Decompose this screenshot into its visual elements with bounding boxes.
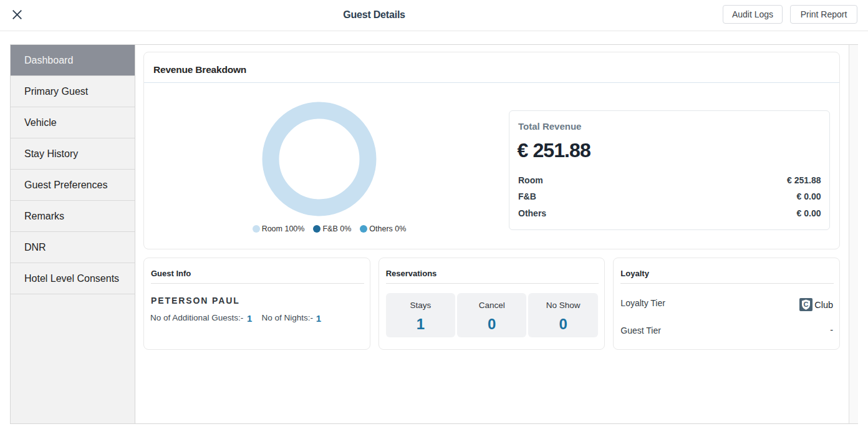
svg-text:C: C: [804, 301, 809, 308]
